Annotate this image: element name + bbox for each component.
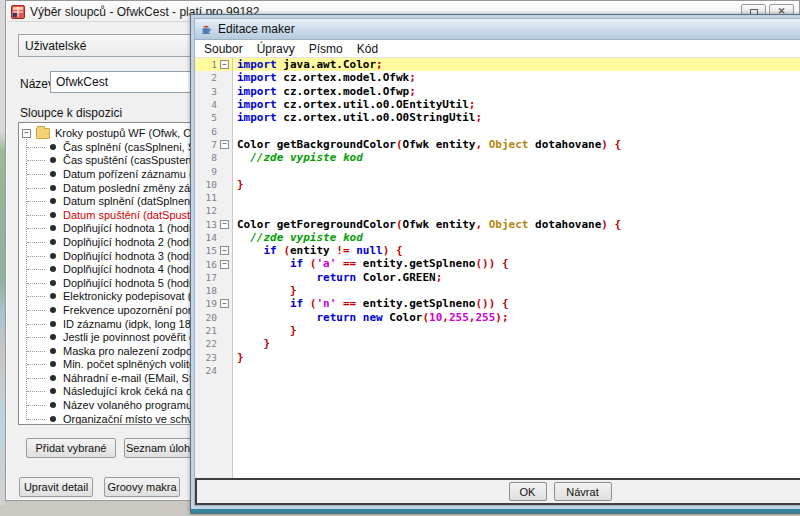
- code-line-23[interactable]: }: [233, 351, 800, 364]
- code-token: ) {: [601, 138, 621, 151]
- code-token: [482, 218, 489, 231]
- code-token: ;: [409, 85, 416, 98]
- code-line-1[interactable]: import java.awt.Color;: [233, 58, 800, 71]
- tree-item-label: Datum poslední změny zázna: [63, 182, 208, 194]
- code-token: cz.ortex.util.o0.OEntityUtil: [277, 98, 469, 111]
- code-line-3[interactable]: import cz.ortex.model.Ofwp;: [233, 85, 800, 98]
- collapse-icon[interactable]: −: [22, 129, 31, 138]
- tree-branch-line: [27, 378, 45, 379]
- code-line-18[interactable]: }: [233, 284, 800, 297]
- code-token: if: [264, 244, 277, 257]
- fold-collapse-icon[interactable]: −: [220, 140, 229, 149]
- code-line-19[interactable]: if ('n' == entity.getSplneno()) {: [233, 297, 800, 310]
- line-number: 11: [195, 192, 217, 203]
- code-token: import: [237, 98, 277, 111]
- code-token: entity: [290, 244, 336, 257]
- fold-collapse-icon[interactable]: −: [220, 60, 229, 69]
- fold-collapse-icon[interactable]: −: [220, 299, 229, 308]
- code-line-2[interactable]: import cz.ortex.model.Ofwk;: [233, 71, 800, 84]
- line-number: 5: [195, 112, 217, 123]
- menu-soubor[interactable]: Soubor: [197, 42, 250, 56]
- line-number: 10: [195, 179, 217, 190]
- code-text[interactable]: import java.awt.Color;import cz.ortex.mo…: [233, 58, 800, 478]
- tree-branch-line: [27, 147, 45, 148]
- bullet-icon: [50, 321, 56, 327]
- code-line-22[interactable]: }: [233, 337, 800, 350]
- code-token: if: [290, 257, 303, 270]
- line-number: 16: [195, 259, 217, 270]
- code-line-6[interactable]: [233, 124, 800, 137]
- tree-branch-line: [27, 174, 45, 175]
- code-line-8[interactable]: //zde vypiste kod: [233, 151, 800, 164]
- edit-detail-button[interactable]: Upravit detail: [19, 477, 93, 497]
- menu-pismo[interactable]: Písmo: [302, 42, 350, 56]
- menu-kod[interactable]: Kód: [350, 42, 385, 56]
- window-bottom-edge: [191, 509, 800, 513]
- bullet-icon: [50, 280, 56, 286]
- menu-upravy[interactable]: Úpravy: [250, 42, 302, 56]
- code-line-5[interactable]: import cz.ortex.util.o0.O0StringUtil;: [233, 111, 800, 124]
- tree-branch-line: [27, 242, 45, 243]
- line-number-gutter[interactable]: 1−234567−8910111213−1415−16−171819−20212…: [195, 58, 233, 478]
- fold-collapse-icon[interactable]: −: [220, 220, 229, 229]
- code-line-13[interactable]: Color getForegroundColor(Ofwk entity, Ob…: [233, 218, 800, 231]
- fold-collapse-icon[interactable]: −: [220, 246, 229, 255]
- bullet-icon: [50, 416, 56, 422]
- tree-branch-line: [27, 419, 45, 420]
- code-token: ) {: [601, 218, 621, 231]
- task-list-button[interactable]: Seznam úloh: [124, 438, 192, 458]
- code-token: Object: [489, 218, 529, 231]
- line-number: 18: [195, 285, 217, 296]
- code-line-10[interactable]: }: [233, 178, 800, 191]
- code-token: Object: [489, 138, 529, 151]
- code-line-17[interactable]: return Color.GREEN;: [233, 271, 800, 284]
- return-button[interactable]: Návrat: [554, 482, 612, 501]
- gutter-line-3: 3: [195, 85, 232, 98]
- tree-item-label: Organizační místo ve schval: [63, 413, 201, 425]
- code-line-4[interactable]: import cz.ortex.util.o0.OEntityUtil;: [233, 98, 800, 111]
- code-token: return: [316, 271, 356, 284]
- code-line-24[interactable]: [233, 364, 800, 377]
- tree-item-label: ID záznamu (idpk, long 18): [63, 318, 194, 330]
- code-token: import: [237, 85, 277, 98]
- code-token: //zde vypiste kod: [237, 151, 363, 164]
- bullet-icon: [50, 402, 56, 408]
- tree-branch-line: [27, 296, 45, 297]
- tree-branch-line: [27, 310, 45, 311]
- code-line-7[interactable]: Color getBackgroundColor(Ofwk entity, Ob…: [233, 138, 800, 151]
- code-token: (: [396, 138, 403, 151]
- line-number: 4: [195, 99, 217, 110]
- code-line-9[interactable]: [233, 164, 800, 177]
- tree-root-node[interactable]: − Kroky postupů WF (Ofwk, Ofw: [19, 126, 203, 140]
- tree-item-label: Maska pro nalezení zodpově: [63, 345, 204, 357]
- ok-button[interactable]: OK: [509, 482, 547, 501]
- code-area[interactable]: 1−234567−8910111213−1415−16−171819−20212…: [195, 58, 800, 478]
- code-token: [237, 257, 290, 270]
- code-line-12[interactable]: [233, 204, 800, 217]
- code-token: ;: [469, 98, 476, 111]
- fold-collapse-icon[interactable]: −: [220, 260, 229, 269]
- line-number: 3: [195, 86, 217, 97]
- code-line-11[interactable]: [233, 191, 800, 204]
- code-line-20[interactable]: return new Color(10,255,255);: [233, 311, 800, 324]
- line-number: 9: [195, 166, 217, 177]
- code-token: ;: [475, 111, 482, 124]
- code-line-15[interactable]: if (entity != null) {: [233, 244, 800, 257]
- line-number: 2: [195, 72, 217, 83]
- tree-branch-line: [27, 324, 45, 325]
- code-line-14[interactable]: //zde vypiste kod: [233, 231, 800, 244]
- tree-branch-line: [27, 188, 45, 189]
- code-token: dotahovane: [528, 218, 601, 231]
- line-number: 13: [195, 219, 217, 230]
- add-selected-button[interactable]: Přidat vybrané: [26, 438, 116, 458]
- code-token: Color getForegroundColor: [237, 218, 396, 231]
- bullet-icon: [50, 185, 56, 191]
- gutter-line-14: 14: [195, 231, 232, 244]
- code-token: ==: [343, 257, 356, 270]
- code-line-21[interactable]: }: [233, 324, 800, 337]
- code-line-16[interactable]: if ('a' == entity.getSplneno()) {: [233, 257, 800, 270]
- macro-editor-titlebar[interactable]: Editace maker: [195, 19, 800, 40]
- code-token: Color: [383, 311, 423, 324]
- groovy-macros-button[interactable]: Groovy makra: [104, 477, 180, 497]
- tree-item-label: Následující krok čeká na ode: [63, 385, 204, 397]
